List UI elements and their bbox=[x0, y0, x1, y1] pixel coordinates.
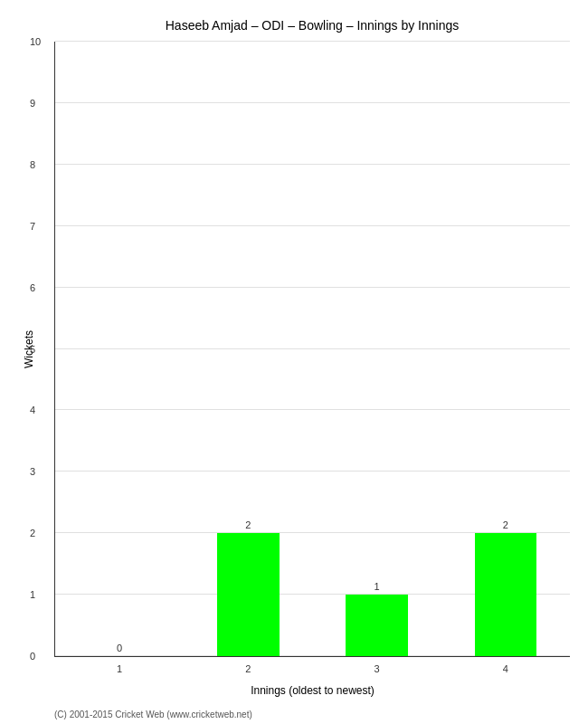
bar-innings-4 bbox=[475, 533, 536, 656]
grid-line bbox=[55, 409, 570, 410]
y-tick-label: 1 bbox=[30, 589, 35, 600]
y-tick-label: 3 bbox=[30, 466, 35, 477]
x-tick-label-1: 1 bbox=[117, 663, 122, 674]
x-tick-label-4: 4 bbox=[503, 663, 508, 674]
y-tick-label: 7 bbox=[30, 221, 35, 232]
grid-line bbox=[55, 102, 570, 103]
chart-container: Haseeb Amjad – ODI – Bowling – Innings b… bbox=[0, 0, 588, 724]
grid-line bbox=[55, 287, 570, 288]
y-tick-label: 5 bbox=[30, 344, 35, 355]
grid-line bbox=[55, 164, 570, 165]
copyright-text: (C) 2001-2015 Cricket Web (www.cricketwe… bbox=[54, 710, 252, 719]
y-tick-label: 9 bbox=[30, 98, 35, 109]
grid-line bbox=[55, 348, 570, 349]
grid-line bbox=[55, 225, 570, 226]
chart-area: Wickets Innings (oldest to newest) 01234… bbox=[54, 42, 570, 657]
bar-innings-2 bbox=[217, 533, 279, 656]
y-tick-label: 0 bbox=[30, 651, 35, 662]
bar-value-label-1: 0 bbox=[117, 643, 122, 653]
grid-line bbox=[55, 41, 570, 42]
x-tick-label-3: 3 bbox=[375, 663, 380, 674]
y-tick-label: 10 bbox=[30, 36, 41, 47]
x-tick-label-2: 2 bbox=[245, 663, 251, 674]
bar-value-label-2: 2 bbox=[245, 519, 251, 530]
x-axis-label: Innings (oldest to newest) bbox=[251, 684, 375, 697]
bar-innings-3 bbox=[346, 595, 407, 656]
y-tick-label: 6 bbox=[30, 282, 35, 293]
chart-title: Haseeb Amjad – ODI – Bowling – Innings b… bbox=[54, 18, 570, 33]
y-tick-label: 4 bbox=[30, 405, 35, 415]
bar-value-label-3: 1 bbox=[375, 581, 380, 592]
grid-line bbox=[55, 471, 570, 472]
y-tick-label: 2 bbox=[30, 528, 35, 538]
bar-value-label-4: 2 bbox=[503, 519, 508, 530]
y-tick-label: 8 bbox=[30, 159, 35, 170]
